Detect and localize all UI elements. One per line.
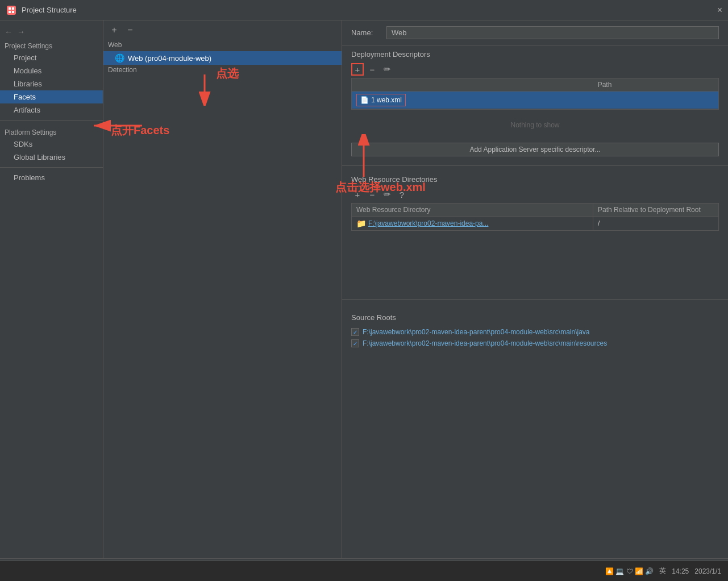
center-panel: + − Web 🌐 Web (pro04-module-web) Detecti… [103, 20, 342, 558]
sidebar-item-facets[interactable]: Facets [0, 90, 103, 103]
deployment-table-row[interactable]: 📄 1 web.xml [352, 92, 718, 109]
taskbar-icons: 🔼 💻 🛡 📶 🔊 [605, 567, 654, 575]
wrd-add-button[interactable]: + [351, 188, 364, 201]
svg-rect-2 [12, 7, 14, 10]
source-root-checkbox-1[interactable]: ✓ [351, 328, 359, 336]
svg-rect-1 [9, 7, 11, 10]
wrd-table-header: Web Resource Directory Path Relative to … [352, 204, 718, 217]
sidebar-divider [0, 120, 103, 121]
xml-icon: 📄 [360, 96, 369, 104]
folder-icon: 📁 [356, 219, 366, 228]
web-module-item[interactable]: 🌐 Web (pro04-module-web) [103, 51, 342, 65]
sidebar-item-sdks[interactable]: SDKs [0, 138, 103, 151]
wrd-edit-button[interactable]: ✏ [381, 188, 393, 201]
svg-rect-3 [9, 11, 11, 13]
svg-rect-4 [12, 11, 14, 13]
nav-back[interactable]: ← [5, 27, 13, 36]
sidebar-item-project[interactable]: Project [0, 51, 103, 64]
sidebar-item-artifacts[interactable]: Artifacts [0, 103, 103, 117]
platform-settings-label: Platform Settings [0, 124, 103, 138]
nav-forward[interactable]: → [17, 27, 25, 36]
title-bar: Project Structure × [0, 0, 728, 20]
wrd-help-button[interactable]: ? [396, 188, 408, 201]
nav-header: ← → [0, 25, 103, 39]
source-root-path-1: F:\javawebwork\pro02-maven-idea-parent\p… [363, 328, 590, 336]
remove-facet-button[interactable]: − [124, 24, 136, 36]
xml-name-cell: 📄 1 web.xml [352, 92, 593, 109]
deployment-descriptors-header: Deployment Descriptors [342, 45, 728, 61]
xml-path-cell [593, 92, 718, 109]
col-path-header: Path [593, 78, 718, 91]
wrd-col2-header: Path Relative to Deployment Root [593, 204, 718, 216]
wrd-path-link[interactable]: F:\javawebwork\pro02-maven-idea-pa... [368, 219, 488, 227]
project-settings-label: Project Settings [0, 39, 103, 51]
source-root-item-1: ✓ F:\javawebwork\pro02-maven-idea-parent… [342, 326, 728, 338]
col-name-header [352, 78, 593, 91]
app-logo [6, 5, 17, 16]
web-module-label: Web (pro04-module-web) [128, 54, 211, 63]
web-resource-dirs-header: Web Resource Directories [342, 171, 728, 186]
wrd-remove-button[interactable]: − [366, 188, 378, 201]
close-button[interactable]: × [717, 5, 722, 15]
wrd-table-row[interactable]: 📁 F:\javawebwork\pro02-maven-idea-pa... … [352, 217, 718, 230]
deployment-edit-button[interactable]: ✏ [381, 63, 393, 76]
wrd-relpath-cell: / [593, 217, 718, 230]
source-roots-header: Source Roots [351, 309, 719, 324]
web-xml-item: 📄 1 web.xml [356, 94, 406, 106]
source-root-item-2: ✓ F:\javawebwork\pro02-maven-idea-parent… [342, 338, 728, 349]
sidebar-item-problems[interactable]: Problems [0, 171, 103, 184]
add-facet-button[interactable]: + [108, 24, 120, 36]
sidebar: ← → Project Settings Project Modules Lib… [0, 20, 103, 558]
main-layout: ← → Project Settings Project Modules Lib… [0, 20, 728, 558]
sidebar-item-libraries[interactable]: Libraries [0, 77, 103, 90]
nothing-to-show: Nothing to show [342, 112, 728, 138]
web-module-icon: 🌐 [115, 53, 124, 63]
wrd-dir-cell: 📁 F:\javawebwork\pro02-maven-idea-pa... [352, 217, 593, 230]
status-bar: 🔼 💻 🛡 📶 🔊 英 14:25 2023/1/1 [0, 561, 728, 581]
source-roots-section: Source Roots [342, 304, 728, 326]
web-resource-table: Web Resource Directory Path Relative to … [351, 203, 719, 231]
detection-section-label: Detection [103, 65, 342, 76]
deployment-add-button[interactable]: + [351, 63, 364, 76]
status-date: 2023/1/1 [694, 567, 721, 575]
deployment-remove-button[interactable]: − [366, 63, 378, 76]
web-resource-toolbar: + − ✏ ? [342, 186, 728, 203]
web-section-label: Web [103, 40, 342, 51]
center-toolbar: + − [103, 20, 342, 40]
wrd-col1-header: Web Resource Directory [352, 204, 593, 216]
deployment-table-header: Path [352, 78, 718, 92]
status-time: 14:25 [672, 567, 689, 575]
right-panel: Name: Deployment Descriptors + − ✏ Path [342, 20, 728, 558]
name-row: Name: [342, 20, 728, 45]
name-label: Name: [351, 28, 380, 37]
add-descriptor-button[interactable]: Add Application Server specific descript… [351, 143, 719, 156]
sidebar-divider-2 [0, 167, 103, 168]
source-root-path-2: F:\javawebwork\pro02-maven-idea-parent\p… [363, 339, 607, 347]
svg-rect-0 [7, 6, 16, 15]
deployment-toolbar: + − ✏ [342, 61, 728, 78]
right-divider-2 [342, 299, 728, 300]
source-root-checkbox-2[interactable]: ✓ [351, 339, 359, 347]
sidebar-item-global-libraries[interactable]: Global Libraries [0, 151, 103, 164]
deployment-table: Path 📄 1 web.xml [351, 78, 719, 110]
window-title: Project Structure [22, 6, 77, 14]
lang-indicator: 英 [659, 566, 666, 576]
right-divider [342, 165, 728, 166]
sidebar-item-modules[interactable]: Modules [0, 64, 103, 77]
name-input[interactable] [386, 26, 719, 39]
